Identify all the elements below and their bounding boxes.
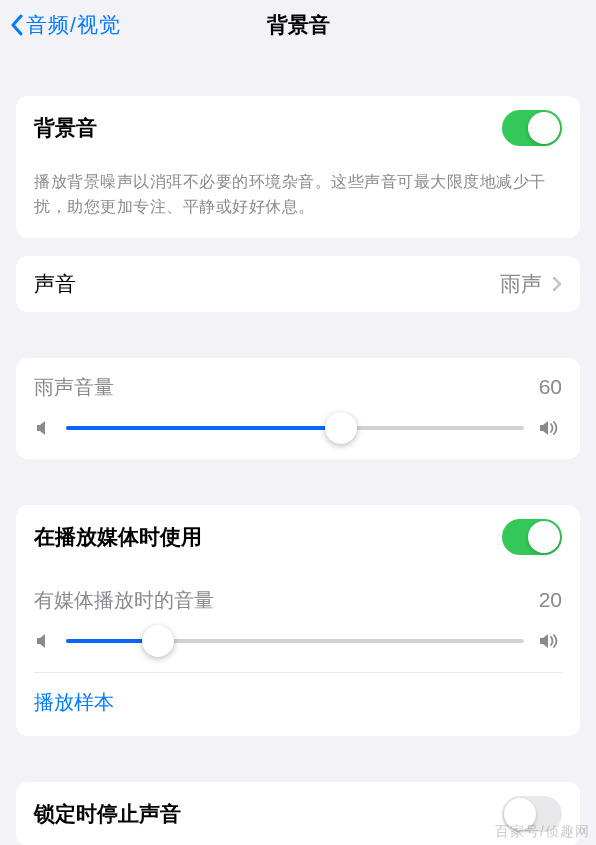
sound-select-value: 雨声: [500, 270, 542, 298]
chevron-right-icon: [552, 276, 562, 292]
back-label: 音频/视觉: [26, 11, 121, 39]
volume-high-icon: [538, 419, 562, 437]
media-toggle-row: 在播放媒体时使用: [16, 505, 580, 569]
rain-volume-group: 雨声音量 60: [16, 358, 580, 459]
media-volume-label: 有媒体播放时的音量: [34, 587, 214, 614]
play-sample-link[interactable]: 播放样本: [16, 673, 580, 736]
background-sound-description: 播放背景噪声以消弭不必要的环境杂音。这些声音可最大限度地减少干扰，助您更加专注、…: [16, 160, 580, 238]
media-group: 在播放媒体时使用 有媒体播放时的音量 20: [16, 505, 580, 736]
media-toggle[interactable]: [502, 519, 562, 555]
volume-low-icon: [34, 419, 52, 437]
sound-select-label: 声音: [34, 270, 500, 298]
rain-volume-label: 雨声音量: [34, 374, 114, 401]
background-sound-toggle[interactable]: [502, 110, 562, 146]
volume-high-icon: [538, 632, 562, 650]
back-button[interactable]: 音频/视觉: [10, 11, 121, 39]
chevron-left-icon: [10, 14, 24, 36]
volume-low-icon: [34, 632, 52, 650]
rain-volume-slider[interactable]: [66, 426, 524, 430]
rain-volume-value: 60: [539, 375, 562, 399]
background-sound-group: 背景音 播放背景噪声以消弭不必要的环境杂音。这些声音可最大限度地减少干扰，助您更…: [16, 96, 580, 238]
media-volume-value: 20: [539, 588, 562, 612]
media-volume-slider[interactable]: [66, 639, 524, 643]
lock-stop-label: 锁定时停止声音: [34, 800, 502, 828]
nav-bar: 音频/视觉 背景音: [0, 0, 596, 44]
background-sound-row: 背景音: [16, 96, 580, 160]
background-sound-label: 背景音: [34, 114, 502, 142]
sound-select-row[interactable]: 声音 雨声: [16, 256, 580, 312]
watermark: 百家号/侦趣网: [495, 823, 590, 841]
media-toggle-label: 在播放媒体时使用: [34, 523, 502, 551]
sound-select-group: 声音 雨声: [16, 256, 580, 312]
